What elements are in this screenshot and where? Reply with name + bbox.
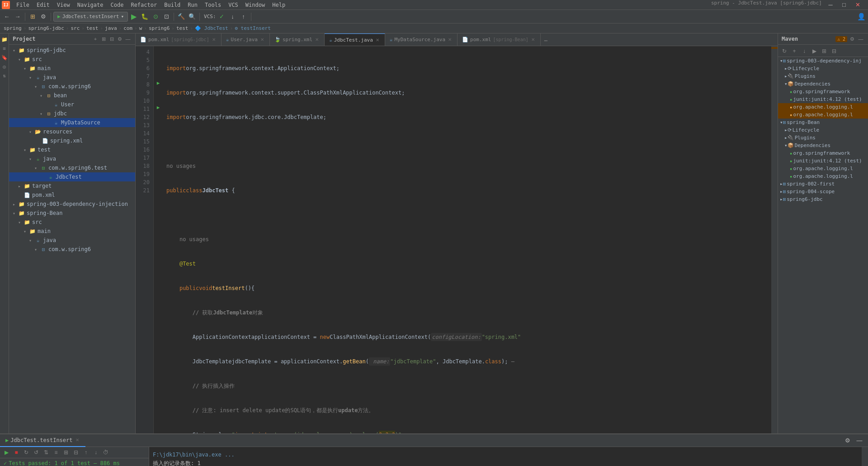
code-editor[interactable]: 4 5 6 7 8 9 10 11 12 13 14 15 16 17 18 1…: [136, 46, 778, 433]
sidebar-settings-button[interactable]: ⚙: [116, 35, 123, 43]
maven-bean-dep-logging1[interactable]: ▪ org.apache.logging.l: [778, 165, 868, 172]
menu-file[interactable]: File: [13, 1, 33, 9]
run-filter-button[interactable]: ≡: [52, 448, 61, 457]
project-icon[interactable]: 📁: [0, 35, 9, 43]
sidebar-expand-button[interactable]: ⊞: [100, 35, 107, 43]
tab-close-button[interactable]: ✕: [211, 37, 217, 42]
maven-003-lifecycle[interactable]: ▸ ⟳ Lifecycle: [778, 65, 868, 72]
breadcrumb-com[interactable]: com: [123, 25, 132, 31]
run-configuration[interactable]: ▶ JdbcTest.testInsert ▾: [53, 12, 128, 22]
sidebar-collapse-button[interactable]: ⊟: [108, 35, 115, 43]
tree-test-package[interactable]: ▾ ⊡ com.w.spring6.test: [9, 163, 135, 172]
maven-spring-003[interactable]: ▾ ⊠ spring-003-dependency-inj: [778, 57, 868, 65]
maven-spring-004[interactable]: ▸ ⊠ spring-004-scope: [778, 188, 868, 195]
breadcrumb-test2[interactable]: test: [176, 25, 189, 31]
tree-java-main[interactable]: ▾ ☕ java: [9, 73, 135, 82]
maven-bean-dep-junit[interactable]: ▪ junit:junit:4.12 (test): [778, 157, 868, 165]
maven-download-button[interactable]: ↓: [800, 47, 809, 56]
tree-java-test[interactable]: ▾ ☕ java: [9, 154, 135, 163]
menu-view[interactable]: View: [53, 1, 74, 9]
run-collapse-button[interactable]: ⊟: [71, 448, 80, 457]
maven-run-button[interactable]: ▶: [810, 47, 819, 56]
run-sort-button[interactable]: ⇅: [42, 448, 51, 457]
pull-requests-icon[interactable]: ⇅: [0, 71, 9, 80]
code-content[interactable]: import org.springframework.context.Appli…: [163, 46, 771, 433]
tree-spring-xml[interactable]: ▸ 📄 spring.xml: [9, 136, 135, 145]
settings-button[interactable]: ⚙: [38, 12, 48, 22]
tree-main[interactable]: ▾ 📁 main: [9, 64, 135, 73]
menu-build[interactable]: Build: [160, 1, 184, 9]
breadcrumb-jdbctest[interactable]: 🔷 JdbcTest: [195, 25, 228, 31]
menu-window[interactable]: Window: [242, 1, 269, 9]
search-button[interactable]: 🔍: [187, 12, 197, 22]
commits-icon[interactable]: ◎: [0, 62, 9, 71]
menu-edit[interactable]: Edit: [33, 1, 53, 9]
maven-collapse2-button[interactable]: ⊟: [830, 47, 839, 56]
vcs-check-button[interactable]: ✓: [217, 12, 227, 22]
tab-close-button[interactable]: ✕: [259, 37, 265, 42]
run-prev-button[interactable]: ↑: [81, 448, 90, 457]
tab-close-button[interactable]: ✕: [314, 37, 320, 42]
run-panel-minimize[interactable]: —: [854, 436, 864, 446]
menu-help[interactable]: Help: [269, 1, 289, 9]
breadcrumb-src[interactable]: src: [71, 25, 80, 31]
menu-vcs[interactable]: VCS: [225, 1, 242, 9]
back-button[interactable]: ←: [2, 12, 12, 22]
output-scrollbar[interactable]: [862, 447, 868, 466]
maven-003-dep-logging1[interactable]: ▪ org.apache.logging.l: [778, 103, 868, 111]
breadcrumb-w[interactable]: w: [139, 25, 142, 31]
tab-pom-spring6-jdbc[interactable]: 📄 pom.xml [spring6-jdbc] ✕: [136, 33, 222, 46]
maven-expand-button[interactable]: ⊞: [820, 47, 829, 56]
tree-mydatasource[interactable]: ▸ ☕ MyDataSource: [9, 118, 135, 127]
maven-003-dep-logging2[interactable]: ▪ org.apache.logging.l: [778, 111, 868, 119]
tree-test-folder[interactable]: ▾ 📁 test: [9, 145, 135, 154]
maven-collapse-button[interactable]: —: [857, 35, 864, 43]
tree-spring-bean-java[interactable]: ▾ ☕ java: [9, 236, 135, 245]
sidebar-add-button[interactable]: +: [92, 35, 99, 43]
run-rerun-failed-button[interactable]: ↺: [32, 448, 41, 457]
breadcrumb-spring6-jdbc[interactable]: spring6-jdbc: [28, 25, 64, 31]
minimize-button[interactable]: ─: [826, 0, 835, 10]
maven-bean-plugins[interactable]: ▸ 🔌 Plugins: [778, 134, 868, 142]
maven-add-button[interactable]: +: [790, 47, 799, 56]
maven-003-dep-junit[interactable]: ▪ junit:junit:4.12 (test): [778, 95, 868, 103]
tab-jdbctest-java[interactable]: ☕ JdbcTest.java ✕: [325, 33, 385, 46]
close-button[interactable]: ✕: [853, 0, 863, 10]
run-expand-button[interactable]: ⊞: [61, 448, 71, 457]
tree-jdbc-pkg[interactable]: ▾ ⊡ jdbc: [9, 109, 135, 118]
maven-bean-dep-logging2[interactable]: ▪ org.apache.logging.l: [778, 172, 868, 180]
menu-refactor[interactable]: Refactor: [127, 1, 160, 9]
maven-003-dep-spring[interactable]: ▪ org.springframework: [778, 88, 868, 95]
maven-003-dependencies[interactable]: ▾ 📦 Dependencies: [778, 80, 868, 88]
more-tabs-button[interactable]: ⋯: [541, 36, 551, 46]
tree-spring-bean[interactable]: ▾ 📁 spring-Bean: [9, 209, 135, 218]
run-next-button[interactable]: ↓: [91, 448, 100, 457]
run-time-button[interactable]: ⏱: [101, 448, 110, 457]
tree-bean-pkg[interactable]: ▾ ⊡ bean: [9, 91, 135, 100]
maven-spring-002[interactable]: ▸ ⊠ spring-002-first: [778, 180, 868, 188]
vcs-push-button[interactable]: ↑: [239, 12, 249, 22]
run-gutter-11[interactable]: ▶: [154, 103, 163, 111]
forward-button[interactable]: →: [13, 12, 23, 22]
user-avatar[interactable]: 👤: [856, 12, 866, 22]
maven-bean-dependencies[interactable]: ▾ 📦 Dependencies: [778, 142, 868, 149]
tree-jdbctest[interactable]: ▸ ☕ JdbcTest: [9, 172, 135, 181]
tree-spring-003[interactable]: ▸ 📁 spring-003-dependency-injection: [9, 200, 135, 209]
tree-resources[interactable]: ▾ 📂 resources: [9, 127, 135, 136]
breadcrumb-testinsert[interactable]: ⚙ testInsert: [235, 25, 270, 31]
maven-refresh-button[interactable]: ↻: [780, 47, 789, 56]
run-gutter-8[interactable]: ▶: [154, 79, 163, 87]
maven-spring-bean[interactable]: ▾ ⊠ spring-Bean: [778, 119, 868, 126]
tree-package[interactable]: ▾ ⊡ com.w.spring6: [9, 82, 135, 91]
maven-bean-dep-spring[interactable]: ▪ org.springframework: [778, 149, 868, 157]
run-play-button[interactable]: ▶: [2, 448, 11, 457]
tab-close-button[interactable]: ✕: [375, 38, 380, 43]
debug-button[interactable]: 🐛: [140, 12, 150, 22]
maximize-button[interactable]: □: [839, 0, 849, 10]
breadcrumb-test[interactable]: test: [86, 25, 99, 31]
run-button[interactable]: ▶: [129, 12, 139, 22]
vcs-update-button[interactable]: ↓: [228, 12, 238, 22]
tab-pom-spring-bean[interactable]: 📄 pom.xml [spring-Bean] ✕: [458, 33, 541, 46]
sidebar-close-button[interactable]: —: [124, 35, 132, 43]
breadcrumb-spring[interactable]: spring: [4, 25, 22, 31]
